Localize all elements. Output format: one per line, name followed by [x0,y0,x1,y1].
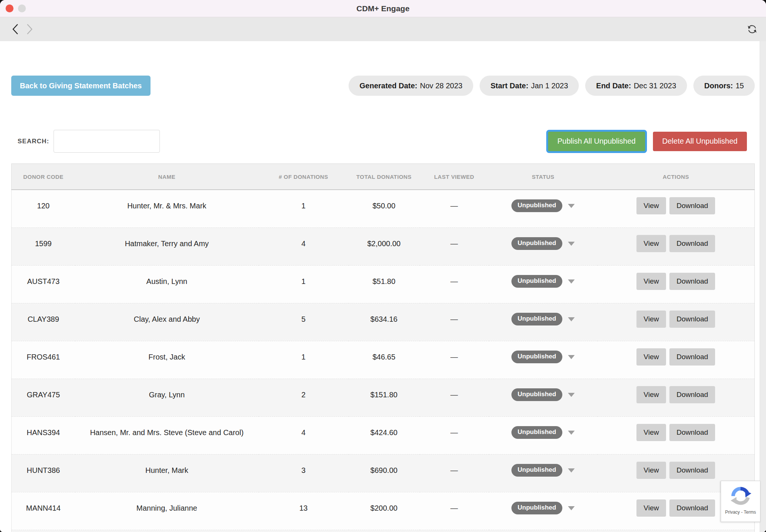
dropdown-caret-icon[interactable] [568,204,575,208]
view-button[interactable]: View [636,348,666,366]
dropdown-caret-icon[interactable] [568,431,575,435]
download-button[interactable]: Download [669,499,715,517]
status-badge[interactable]: Unpublished [511,464,563,477]
cell-name: Hunter, Mark [75,454,259,492]
cell-status: Unpublished [489,492,598,530]
cell-name: Manning, Julianne [75,492,259,530]
main-content: Back to Giving Statement Batches Generat… [0,41,766,532]
download-button[interactable]: Download [669,462,715,479]
view-button[interactable]: View [636,235,666,252]
dropdown-caret-icon[interactable] [568,393,575,397]
download-button[interactable]: Download [669,386,715,403]
back-icon[interactable] [11,24,19,35]
recaptcha-badge[interactable]: Privacy - Terms [721,481,760,522]
pill-label: Generated Date: [359,82,417,90]
cell-total-donations: $51.80 [349,265,420,303]
back-to-batches-button[interactable]: Back to Giving Statement Batches [11,76,151,96]
cell-total-donations: $424.60 [349,416,420,454]
download-button[interactable]: Download [669,197,715,214]
status-badge[interactable]: Unpublished [511,502,563,514]
cell-num-donations: 2 [259,379,349,416]
view-button[interactable]: View [636,386,666,403]
cell-num-donations: 3 [259,454,349,492]
search-input[interactable] [54,130,160,153]
table-row: AUST473 Austin, Lynn 1 $51.80 — Unpublis… [12,265,755,303]
cell-total-donations: $46.65 [349,341,420,379]
recaptcha-privacy-terms[interactable]: Privacy - Terms [725,510,756,515]
recaptcha-icon [729,485,752,507]
dropdown-caret-icon[interactable] [568,355,575,359]
table-row: 120 Hunter, Mr. & Mrs. Mark 1 $50.00 — U… [12,190,755,227]
cell-status: Unpublished [489,190,598,227]
pill-value: Dec 31 2023 [634,82,676,90]
cell-name: Frost, Jack [75,341,259,379]
cell-last-viewed: — [420,303,489,341]
donors-count-pill: Donors:15 [693,76,755,96]
dropdown-caret-icon[interactable] [568,468,575,473]
status-badge[interactable]: Unpublished [511,351,563,363]
scrollbar-track[interactable] [760,41,766,532]
pill-label: Start Date: [490,82,528,90]
view-button[interactable]: View [636,197,666,214]
forward-icon[interactable] [25,24,34,35]
cell-donor-code: CLAY389 [12,303,75,341]
cell-status: Unpublished [489,379,598,416]
cell-donor-code: GRAY475 [12,379,75,416]
cell-total-donations: $50.00 [349,190,420,227]
status-badge[interactable]: Unpublished [511,313,563,325]
download-button[interactable]: Download [669,348,715,366]
dropdown-caret-icon[interactable] [568,279,575,284]
cell-last-viewed: — [420,227,489,265]
pill-value: 15 [736,82,744,90]
cell-num-donations: 1 [259,341,349,379]
dropdown-caret-icon[interactable] [568,506,575,510]
cell-last-viewed: — [420,492,489,530]
status-badge[interactable]: Unpublished [511,275,563,288]
close-icon[interactable] [6,4,13,12]
dropdown-caret-icon[interactable] [568,242,575,246]
status-badge[interactable]: Unpublished [511,237,563,250]
cell-last-viewed: — [420,265,489,303]
table-row: HANS394 Hansen, Mr. and Mrs. Steve (Stev… [12,416,755,454]
cell-actions: View Download [598,379,755,416]
col-last-viewed: LAST VIEWED [420,164,489,190]
view-button[interactable]: View [636,311,666,328]
bulk-action-buttons: Publish All Unpublished Delete All Unpub… [548,132,747,151]
cell-status: Unpublished [489,227,598,265]
minimize-icon[interactable] [18,4,26,12]
download-button[interactable]: Download [669,424,715,441]
status-badge[interactable]: Unpublished [511,388,563,401]
dropdown-caret-icon[interactable] [568,317,575,321]
cell-status: Unpublished [489,341,598,379]
statements-table: DONOR CODE NAME # OF DONATIONS TOTAL DON… [11,163,755,530]
cell-actions: View Download [598,190,755,227]
titlebar: CDM+ Engage [0,0,766,17]
view-button[interactable]: View [636,424,666,441]
cell-donor-code: HANS394 [12,416,75,454]
view-button[interactable]: View [636,273,666,290]
delete-all-button[interactable]: Delete All Unpublished [653,132,747,151]
cell-name: Clay, Alex and Abby [75,303,259,341]
view-button[interactable]: View [636,462,666,479]
status-badge[interactable]: Unpublished [511,199,563,212]
start-date-pill: Start Date:Jan 1 2023 [480,76,579,96]
cell-status: Unpublished [489,416,598,454]
col-total-donations: TOTAL DONATIONS [349,164,420,190]
cell-last-viewed: — [420,416,489,454]
publish-all-button[interactable]: Publish All Unpublished [548,132,645,151]
download-button[interactable]: Download [669,273,715,290]
toolbar [0,17,766,42]
cell-last-viewed: — [420,341,489,379]
refresh-icon[interactable] [747,24,758,35]
download-button[interactable]: Download [669,311,715,328]
cell-num-donations: 1 [259,190,349,227]
view-button[interactable]: View [636,499,666,517]
cell-donor-code: FROS461 [12,341,75,379]
cell-total-donations: $151.80 [349,379,420,416]
cell-actions: View Download [598,341,755,379]
status-badge[interactable]: Unpublished [511,426,563,439]
partial-next-row [11,530,755,532]
batch-info-pills: Generated Date:Nov 28 2023 Start Date:Ja… [349,76,755,96]
download-button[interactable]: Download [669,235,715,252]
cell-num-donations: 13 [259,492,349,530]
